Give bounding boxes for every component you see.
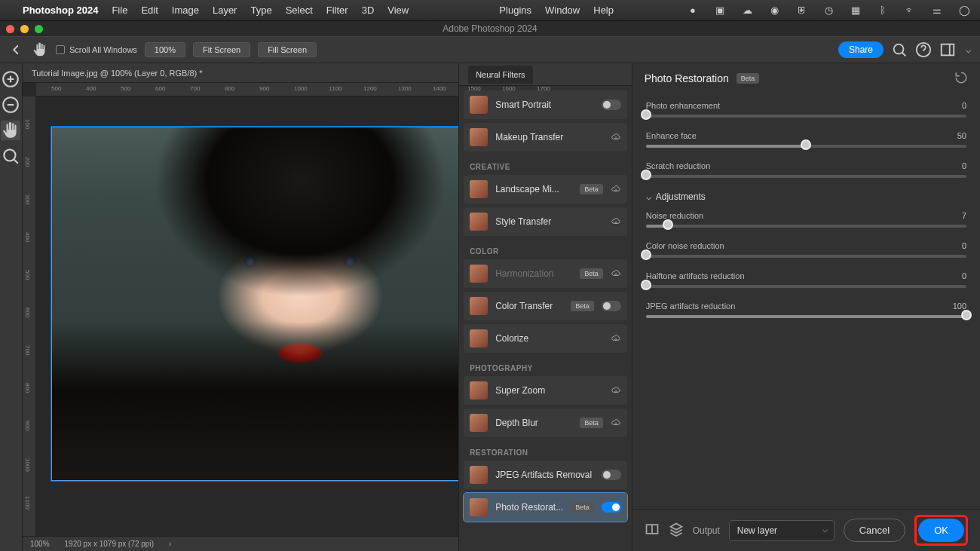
menu-view[interactable]: View <box>387 5 409 16</box>
menu-plugins[interactable]: Plugins <box>499 5 531 16</box>
search-icon[interactable] <box>891 41 908 58</box>
display-icon[interactable]: ▣ <box>713 4 727 17</box>
download-icon[interactable] <box>611 184 621 194</box>
download-icon[interactable] <box>611 385 621 396</box>
menu-type[interactable]: Type <box>250 5 271 16</box>
help-icon[interactable] <box>915 41 932 58</box>
record-icon[interactable]: ● <box>686 4 700 17</box>
slider-track[interactable] <box>646 255 966 258</box>
filter-item[interactable]: Color TransferBeta <box>464 292 627 320</box>
filter-item[interactable]: Depth BlurBeta <box>464 409 627 437</box>
slider-thumb[interactable] <box>641 170 651 180</box>
slider-value[interactable]: 50 <box>957 131 966 140</box>
user-icon[interactable]: ◯ <box>957 4 971 17</box>
filter-item[interactable]: Smart Portrait <box>464 90 627 119</box>
menu-select[interactable]: Select <box>286 5 313 16</box>
hand-tool-icon[interactable] <box>32 41 48 58</box>
filter-item[interactable]: HarmonizationBeta <box>464 259 627 288</box>
document-tab[interactable]: Tutorial Image.jpg @ 100% (Layer 0, RGB/… <box>23 63 458 83</box>
filter-item[interactable]: Photo Restorat...Beta <box>464 493 627 522</box>
slider-value[interactable]: 7 <box>962 211 966 220</box>
slider-thumb[interactable] <box>641 249 651 260</box>
slider-track[interactable] <box>646 225 966 228</box>
hand-tool[interactable] <box>1 121 20 140</box>
slider-thumb[interactable] <box>663 219 673 230</box>
filter-item[interactable]: Super Zoom <box>464 376 627 405</box>
slider-value[interactable]: 0 <box>962 161 966 170</box>
menu-layer[interactable]: Layer <box>213 5 237 16</box>
fit-screen-button[interactable]: Fit Screen <box>193 42 250 57</box>
filter-item[interactable]: JPEG Artifacts Removal <box>464 461 627 489</box>
zoom-in-tool[interactable] <box>1 69 20 89</box>
workspace-icon[interactable] <box>939 41 956 58</box>
zoom-tool[interactable] <box>1 146 20 166</box>
slider-thumb[interactable] <box>641 280 651 290</box>
wifi-icon[interactable]: ᯤ <box>903 4 917 17</box>
menu-file[interactable]: File <box>112 5 127 16</box>
fill-screen-button[interactable]: Fill Screen <box>258 42 317 57</box>
menu-window[interactable]: Window <box>545 5 580 16</box>
slider-value[interactable]: 0 <box>962 271 966 280</box>
menu-help[interactable]: Help <box>593 5 614 16</box>
download-icon[interactable] <box>611 268 621 279</box>
zoom-out-tool[interactable] <box>1 95 20 115</box>
slider-track[interactable] <box>646 285 966 288</box>
app-name[interactable]: Photoshop 2024 <box>23 5 98 16</box>
ok-button[interactable]: OK <box>918 519 964 542</box>
ruler-horizontal[interactable]: 5004005006007008009001000110012001300140… <box>36 83 458 96</box>
download-icon[interactable] <box>611 333 621 344</box>
chevron-down-icon[interactable]: ⌵ <box>963 41 972 58</box>
download-icon[interactable] <box>611 132 621 142</box>
slider-thumb[interactable] <box>641 109 651 120</box>
menu-edit[interactable]: Edit <box>141 5 158 16</box>
filter-toggle[interactable] <box>602 301 621 311</box>
clock-icon[interactable]: ◷ <box>822 4 835 17</box>
slider-thumb[interactable] <box>961 310 972 320</box>
document-image[interactable] <box>51 127 458 481</box>
neural-filters-tab[interactable]: Neural Filters <box>459 63 632 86</box>
scroll-all-checkbox[interactable]: Scroll All Windows <box>56 45 137 54</box>
share-button[interactable]: Share <box>838 41 884 58</box>
control-center-icon[interactable]: ⚌ <box>930 4 944 17</box>
filter-item[interactable]: Colorize <box>464 324 627 353</box>
preview-split-icon[interactable] <box>645 522 660 539</box>
shield-icon[interactable]: ⛨ <box>795 4 808 17</box>
ruler-vertical[interactable]: 10020030040050060070080090010001100 <box>23 96 36 536</box>
filter-item[interactable]: Style Transfer <box>464 207 627 236</box>
svg-point-0 <box>894 44 904 54</box>
slider-track[interactable] <box>646 115 966 118</box>
slider-label: Color noise reduction <box>646 241 724 250</box>
reset-icon[interactable] <box>954 71 968 87</box>
filter-item[interactable]: Landscape Mi...Beta <box>464 175 627 204</box>
status-chevron-icon[interactable]: › <box>169 540 171 548</box>
slider-value[interactable]: 100 <box>953 302 966 311</box>
neural-filters-list[interactable]: Smart PortraitMakeup TransferCREATIVELan… <box>459 86 632 551</box>
back-icon[interactable] <box>8 41 24 58</box>
bluetooth-icon[interactable]: ᛒ <box>876 4 890 17</box>
slider-value[interactable]: 0 <box>962 241 966 250</box>
slider-thumb[interactable] <box>801 139 811 150</box>
slider-track[interactable] <box>646 315 966 318</box>
zoom-level-field[interactable]: 100% <box>145 42 185 57</box>
app-icon[interactable]: ▦ <box>849 4 862 17</box>
menu-filter[interactable]: Filter <box>326 5 348 16</box>
cloud-icon[interactable]: ☁ <box>740 4 754 17</box>
adjustments-toggle[interactable]: ⌵Adjustments <box>646 191 966 202</box>
canvas[interactable] <box>36 96 458 536</box>
filter-toggle[interactable] <box>602 502 621 513</box>
slider-value[interactable]: 0 <box>962 101 966 110</box>
filter-item[interactable]: Makeup Transfer <box>464 123 627 152</box>
cancel-button[interactable]: Cancel <box>844 519 905 542</box>
menu-3d[interactable]: 3D <box>362 5 375 16</box>
output-select[interactable]: New layer <box>729 520 835 541</box>
layers-icon[interactable] <box>669 522 684 539</box>
eye-icon[interactable]: ◉ <box>767 4 781 17</box>
status-zoom[interactable]: 100% <box>30 540 50 548</box>
slider-track[interactable] <box>646 175 966 178</box>
filter-toggle[interactable] <box>602 470 621 480</box>
filter-toggle[interactable] <box>602 99 621 110</box>
slider-track[interactable] <box>646 145 966 148</box>
download-icon[interactable] <box>611 418 621 428</box>
download-icon[interactable] <box>611 216 621 227</box>
menu-image[interactable]: Image <box>172 5 199 16</box>
